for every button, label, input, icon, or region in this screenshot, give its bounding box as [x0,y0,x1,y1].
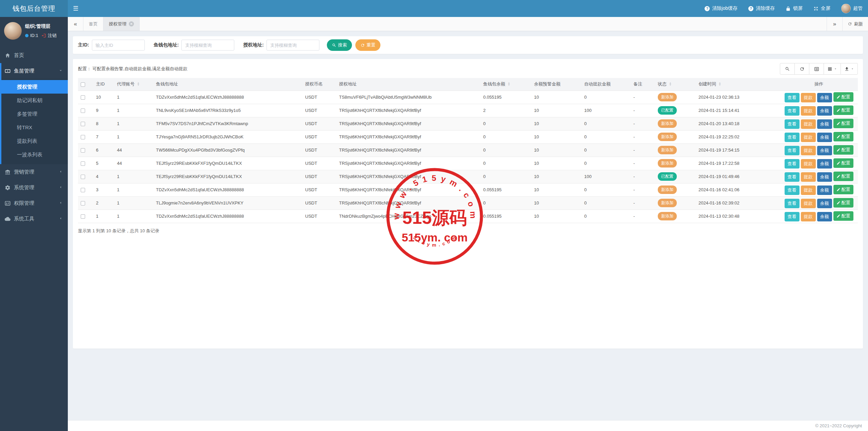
config-button[interactable]: 配置 [833,92,853,102]
lock-icon [786,6,791,11]
view-button[interactable]: 查看 [785,133,800,142]
sort-icon[interactable]: ▲▼ [137,82,140,86]
navbar-item-2[interactable]: ?清除缓存 [743,0,780,17]
sidebar-item-营销管理[interactable]: 营销管理 [0,164,68,180]
balance-button[interactable]: 余额 [817,172,832,182]
cell-auth-address: TRSjst6KhHQ1RTXf8cNfekjGXQAR9tfByf [336,196,480,210]
tab-授权管理[interactable]: 授权管理✕ [103,17,140,31]
logout-link[interactable]: 注销 [48,33,57,39]
navbar-item-3[interactable]: 锁屏 [780,0,808,17]
select-all-checkbox[interactable] [81,82,85,87]
view-button[interactable]: 查看 [785,212,800,221]
row-checkbox[interactable] [81,175,85,179]
withdraw-button[interactable]: 提款 [801,199,816,208]
config-button[interactable]: 配置 [833,105,853,115]
balance-button[interactable]: 余额 [817,133,832,142]
sidebar-subitem-助记词私钥[interactable]: 助记词私钥 [1,94,68,107]
withdraw-button[interactable]: 提款 [801,133,816,142]
balance-button[interactable]: 余额 [817,106,832,116]
view-button[interactable]: 查看 [785,185,800,195]
sidebar-subitem-一波杀列表[interactable]: 一波杀列表 [1,148,68,161]
row-checkbox[interactable] [81,188,85,192]
view-button[interactable]: 查看 [785,172,800,182]
balance-button[interactable]: 余额 [817,146,832,155]
table-list-alt-button[interactable] [809,63,824,75]
config-button[interactable]: 配置 [833,172,853,181]
withdraw-button[interactable]: 提款 [801,212,816,221]
column-header-代理账号[interactable]: 代理账号▲▼ [114,78,153,91]
navbar-item-1[interactable]: ?清除job缓存 [699,0,743,17]
row-checkbox[interactable] [81,135,85,139]
withdraw-button[interactable]: 提款 [801,106,816,116]
navbar-item-4[interactable]: 全屏 [808,0,836,17]
view-button[interactable]: 查看 [785,159,800,169]
balance-button[interactable]: 余额 [817,93,832,102]
sidebar-subitem-提款列表[interactable]: 提款列表 [1,134,68,148]
row-button-label: 余额 [820,134,829,140]
row-checkbox[interactable] [81,109,85,113]
config-button[interactable]: 配置 [833,185,853,194]
tabs-scroll-right-button[interactable]: » [827,17,842,31]
table-download-button[interactable] [841,63,858,75]
sort-icon[interactable]: ▲▼ [718,82,721,86]
column-header-状态[interactable]: 状态▲▼ [655,78,696,91]
column-header-鱼钱包余额[interactable]: 鱼钱包余额▲▼ [480,78,531,91]
tab-首页[interactable]: 首页 [83,17,103,31]
search-input-1[interactable] [92,40,145,51]
sidebar-subitem-转TRX[interactable]: 转TRX [1,121,68,134]
withdraw-button[interactable]: 提款 [801,185,816,195]
view-button[interactable]: 查看 [785,146,800,155]
sidebar-item-label: 鱼苗管理 [14,68,34,74]
config-button[interactable]: 配置 [833,132,853,141]
close-icon[interactable]: ✕ [129,21,134,26]
sidebar-item-系统工具[interactable]: 系统工具 [0,211,68,227]
column-header-label: 鱼钱包地址 [156,81,178,87]
balance-button[interactable]: 余额 [817,212,832,221]
view-button[interactable]: 查看 [785,106,800,116]
sidebar-toggle-icon[interactable]: ☰ [68,0,83,17]
row-checkbox[interactable] [81,214,85,219]
config-button[interactable]: 配置 [833,145,853,155]
search-input-2[interactable] [181,40,234,51]
row-checkbox[interactable] [81,95,85,100]
sidebar-subitem-授权管理[interactable]: 授权管理 [1,80,68,94]
search-input-3[interactable] [267,40,319,51]
config-button[interactable]: 配置 [833,119,853,128]
table-refresh-button[interactable] [794,63,809,75]
cell-auto-amount: 0 [581,183,631,196]
sidebar-subitem-多签管理[interactable]: 多签管理 [1,107,68,121]
config-button[interactable]: 配置 [833,198,853,208]
balance-button[interactable]: 余额 [817,185,832,195]
table-grid-button[interactable] [824,63,841,75]
view-button[interactable]: 查看 [785,119,800,129]
table-search-button[interactable] [780,63,795,75]
column-header-创建时间[interactable]: 创建时间▲▼ [696,78,780,91]
withdraw-button[interactable]: 提款 [801,93,816,102]
withdraw-button[interactable]: 提款 [801,159,816,169]
tab-refresh-button[interactable]: 刷新 [842,17,868,31]
row-checkbox[interactable] [81,148,85,153]
config-button[interactable]: 配置 [833,158,853,168]
balance-button[interactable]: 余额 [817,159,832,169]
balance-button[interactable]: 余额 [817,119,832,129]
config-button[interactable]: 配置 [833,211,853,221]
sort-icon[interactable]: ▲▼ [669,82,672,86]
withdraw-button[interactable]: 提款 [801,119,816,129]
view-button[interactable]: 查看 [785,93,800,102]
tabs-scroll-left-button[interactable]: « [68,17,83,31]
row-checkbox[interactable] [81,122,85,126]
sidebar-item-权限管理[interactable]: 权限管理 [0,195,68,211]
view-button[interactable]: 查看 [785,199,800,208]
row-checkbox[interactable] [81,161,85,166]
sidebar-item-系统管理[interactable]: 系统管理 [0,180,68,195]
row-checkbox[interactable] [81,201,85,205]
withdraw-button[interactable]: 提款 [801,172,816,182]
sidebar-item-鱼苗管理[interactable]: 鱼苗管理 [1,63,68,79]
sort-icon[interactable]: ▲▼ [508,82,510,86]
sidebar-item-首页[interactable]: 首页 [0,47,68,63]
navbar-user-menu[interactable]: 超管 [836,0,868,17]
withdraw-button[interactable]: 提款 [801,146,816,155]
reset-button[interactable]: 重置 [355,39,380,51]
balance-button[interactable]: 余额 [817,199,832,208]
search-button[interactable]: 搜索 [327,39,352,51]
